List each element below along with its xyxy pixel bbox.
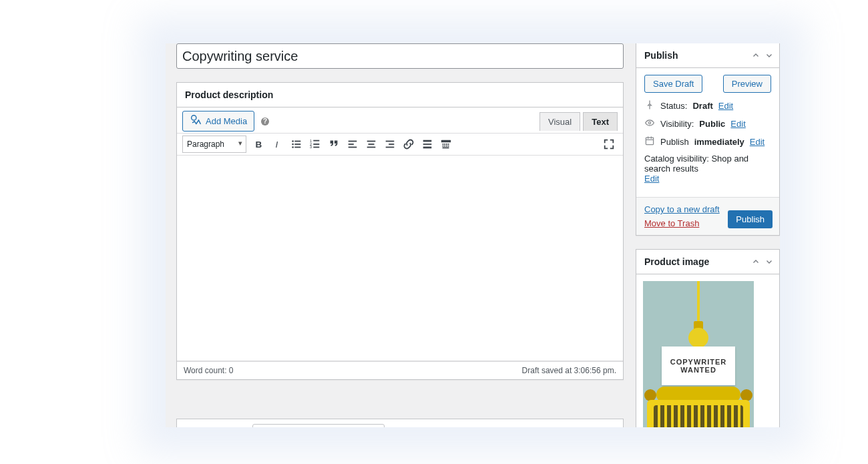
media-icon xyxy=(190,114,202,128)
svg-rect-12 xyxy=(313,144,319,145)
svg-rect-32 xyxy=(443,146,444,147)
svg-rect-33 xyxy=(444,146,445,147)
svg-point-3 xyxy=(292,140,294,142)
svg-text:I: I xyxy=(275,140,278,150)
svg-rect-34 xyxy=(446,146,447,147)
toolbar-toggle-icon[interactable] xyxy=(437,136,455,153)
svg-rect-4 xyxy=(294,141,300,142)
catalog-visibility-label: Catalog visibility: xyxy=(644,154,711,164)
calendar-icon xyxy=(644,136,655,148)
svg-rect-21 xyxy=(386,141,395,142)
svg-rect-18 xyxy=(367,141,376,142)
product-image-box: Product image COPYWRITER WANTED xyxy=(636,249,780,427)
pin-icon xyxy=(644,99,655,112)
sign-line1: COPYWRITER xyxy=(670,358,727,366)
chevron-down-icon[interactable] xyxy=(765,51,774,60)
fullscreen-icon[interactable] xyxy=(600,136,618,153)
svg-rect-20 xyxy=(367,147,376,148)
publish-button[interactable]: Publish xyxy=(728,210,773,228)
svg-rect-17 xyxy=(349,147,357,148)
add-media-label: Add Media xyxy=(206,116,247,126)
svg-rect-6 xyxy=(294,144,300,145)
svg-rect-27 xyxy=(441,140,451,143)
help-icon[interactable]: ? xyxy=(261,118,269,126)
svg-rect-8 xyxy=(294,147,300,148)
svg-rect-31 xyxy=(448,144,449,145)
editor-mode-tabs: Visual Text xyxy=(539,112,618,131)
edit-visibility-link[interactable]: Edit xyxy=(730,119,745,129)
read-more-icon[interactable] xyxy=(419,136,436,153)
publish-box: Publish Save Draft Preview Status: Draft… xyxy=(636,43,780,236)
product-type-select[interactable] xyxy=(252,424,385,427)
svg-rect-35 xyxy=(448,146,449,147)
wp-admin-editor-viewport: Product description Add Media ? Visual T xyxy=(166,43,780,427)
numbered-list-icon[interactable]: 123 xyxy=(306,136,324,153)
preview-button[interactable]: Preview xyxy=(723,75,771,93)
edit-status-link[interactable]: Edit xyxy=(718,101,733,111)
svg-rect-15 xyxy=(349,141,357,142)
svg-rect-26 xyxy=(423,147,432,149)
sign-card: COPYWRITER WANTED xyxy=(662,346,735,385)
tab-text[interactable]: Text xyxy=(583,112,618,131)
svg-text:B: B xyxy=(256,140,262,150)
draft-saved-text: Draft saved at 3:06:56 pm. xyxy=(522,366,616,375)
main-column: Product description Add Media ? Visual T xyxy=(176,43,624,393)
paragraph-format-select[interactable]: Paragraph xyxy=(182,136,246,153)
product-data-box xyxy=(176,419,624,427)
svg-rect-25 xyxy=(423,144,432,145)
align-right-icon[interactable] xyxy=(381,136,399,153)
visibility-label: Visibility: xyxy=(660,119,694,129)
svg-rect-16 xyxy=(349,144,354,145)
chevron-up-icon[interactable] xyxy=(751,51,761,60)
add-media-button[interactable]: Add Media xyxy=(182,111,254,132)
blockquote-icon[interactable] xyxy=(325,136,343,153)
svg-point-7 xyxy=(292,146,294,148)
publish-schedule-label: Publish xyxy=(660,137,689,147)
link-icon[interactable] xyxy=(400,136,417,153)
editor-top-row: Add Media ? Visual Text xyxy=(177,107,623,133)
eye-icon xyxy=(644,118,655,130)
publish-heading: Publish xyxy=(644,50,678,61)
svg-rect-10 xyxy=(313,140,319,142)
editor-format-toolbar: Paragraph B I 123 xyxy=(177,133,623,156)
svg-rect-23 xyxy=(386,147,395,148)
visibility-value: Public xyxy=(699,119,725,129)
svg-rect-28 xyxy=(443,144,444,145)
align-center-icon[interactable] xyxy=(363,136,380,153)
editor-status-bar: Word count: 0 Draft saved at 3:06:56 pm. xyxy=(177,361,623,379)
bullet-list-icon[interactable] xyxy=(288,136,305,153)
save-draft-button[interactable]: Save Draft xyxy=(644,75,702,93)
chevron-down-icon[interactable] xyxy=(765,257,774,266)
svg-rect-22 xyxy=(389,144,394,145)
product-description-box: Product description Add Media ? Visual T xyxy=(176,82,624,380)
product-title-input[interactable] xyxy=(176,43,624,69)
side-column: Publish Save Draft Preview Status: Draft… xyxy=(636,43,780,427)
svg-rect-24 xyxy=(423,140,432,142)
edit-catalog-link[interactable]: Edit xyxy=(644,174,659,184)
word-count-label: Word count: 0 xyxy=(184,366,234,375)
product-image-heading: Product image xyxy=(644,256,709,267)
svg-point-0 xyxy=(192,115,196,120)
svg-rect-14 xyxy=(313,147,319,148)
product-image-thumbnail[interactable]: COPYWRITER WANTED xyxy=(643,281,754,427)
status-value: Draft xyxy=(692,101,712,111)
svg-rect-30 xyxy=(446,144,447,145)
product-description-heading: Product description xyxy=(177,83,623,107)
italic-icon[interactable]: I xyxy=(269,136,286,153)
editor-content-area[interactable] xyxy=(177,156,623,361)
edit-schedule-link[interactable]: Edit xyxy=(750,137,765,147)
chevron-up-icon[interactable] xyxy=(751,257,761,266)
tab-visual[interactable]: Visual xyxy=(539,112,580,131)
status-label: Status: xyxy=(660,101,687,111)
bold-icon[interactable]: B xyxy=(250,136,268,153)
svg-rect-36 xyxy=(443,148,449,149)
svg-text:3: 3 xyxy=(310,145,312,149)
svg-rect-19 xyxy=(369,144,375,145)
svg-rect-38 xyxy=(646,138,653,144)
svg-point-37 xyxy=(648,122,650,124)
publish-schedule-value: immediately xyxy=(694,137,744,147)
svg-rect-29 xyxy=(444,144,445,145)
sign-line2: WANTED xyxy=(680,366,716,374)
align-left-icon[interactable] xyxy=(344,136,361,153)
svg-point-5 xyxy=(292,144,294,146)
